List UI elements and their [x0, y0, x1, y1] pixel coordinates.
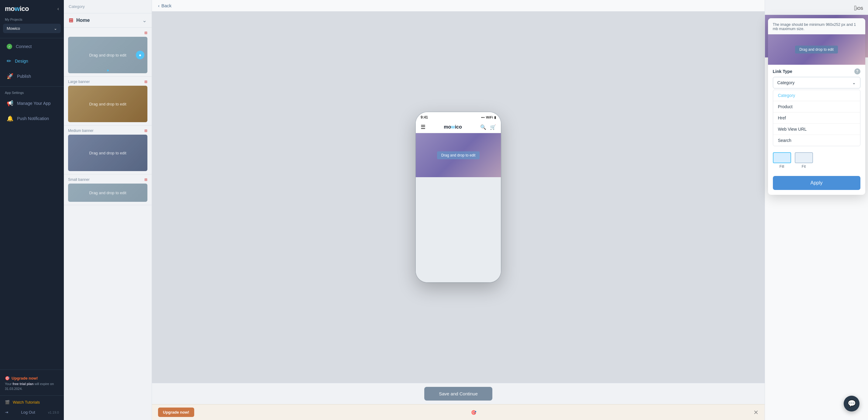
upgrade-fire-icon: 🎯 [5, 376, 10, 381]
large-banner-settings-icon[interactable]: ⊞ [144, 79, 147, 84]
apply-btn-row: Apply [768, 172, 865, 195]
sidebar-item-label-publish: Publish [17, 74, 31, 79]
link-option-product[interactable]: Product [773, 101, 860, 112]
link-type-dropdown: Category Product Href Web View URL Searc… [773, 90, 860, 146]
phone-menu-icon: ☰ [421, 124, 426, 130]
phone-nav-bar: ☰ mowico 🔍 🛒 [416, 121, 501, 133]
banner-item-large[interactable]: Large banner ⊞ Drag and drop to edit [64, 76, 152, 126]
phone-main-banner[interactable]: Drag and drop to edit [416, 133, 501, 177]
link-option-href[interactable]: Href [773, 112, 860, 124]
popup-drag-button[interactable]: Drag and drop to edit [795, 45, 838, 54]
watch-tutorials-label: Watch Tutorials [13, 400, 40, 405]
banner-drag-text-small: Drag and drop to edit [68, 184, 147, 202]
link-type-popup: The image should be minimum 960x252 px a… [768, 18, 865, 195]
category-icon: ⊞ [69, 17, 73, 24]
sidebar-item-label-design: Design [15, 59, 28, 64]
my-projects-label: My Projects [0, 15, 64, 23]
banner-item-slider[interactable]: ⊞ Drag and drop to edit ● [64, 28, 152, 76]
fill-option[interactable]: Fill [773, 152, 791, 169]
fill-label: Fill [780, 164, 784, 169]
ios-label: iOS [857, 6, 863, 11]
banner-item-medium[interactable]: Medium banner ⊞ Drag and drop to edit [64, 126, 152, 174]
sidebar-item-publish[interactable]: 🚀 Publish [2, 69, 62, 83]
main-area: 9:41 ▪▪▪ WiFi ▮ ☰ mowico 🔍 🛒 Drag and [152, 11, 765, 383]
phone-status-icons: ▪▪▪ WiFi ▮ [481, 116, 496, 120]
link-option-category[interactable]: Category [773, 90, 860, 101]
project-name: Mowico [7, 26, 20, 31]
app-settings-label: App Settings [0, 88, 64, 96]
upgrade-badge[interactable]: 🎯 Upgrade now! [5, 376, 59, 381]
sidebar-item-push[interactable]: 🔔 Push Notification [2, 111, 62, 126]
banner-image-large[interactable]: Drag and drop to edit [68, 86, 147, 122]
chat-icon: 💬 [848, 400, 856, 408]
log-out-row[interactable]: ⇥ Log Out v1.19.0 [0, 408, 64, 417]
app-logo: mowico [5, 5, 29, 13]
banner-image-medium[interactable]: Drag and drop to edit [68, 135, 147, 171]
save-continue-button[interactable]: Save and Continue [424, 387, 492, 400]
banner-image-slider[interactable]: Drag and drop to edit ● [68, 37, 147, 73]
fit-fill-section: Fill Fit [768, 150, 865, 172]
main-top-bar: ‹ Back [152, 0, 765, 11]
banner-image-small[interactable]: Drag and drop to edit [68, 184, 147, 202]
wifi-icon: WiFi [486, 116, 493, 119]
category-chevron-icon[interactable]: ⌄ [142, 17, 147, 24]
panel-header: Category [64, 0, 152, 13]
category-name: ⊞ Home [69, 17, 90, 24]
sidebar-item-design[interactable]: ✏ Design [2, 54, 62, 68]
fit-option[interactable]: Fit [795, 152, 813, 169]
upgrade-bar-button[interactable]: Upgrade now! [158, 408, 194, 417]
bottom-bar: Save and Continue [152, 383, 765, 404]
sidebar-collapse-icon[interactable]: ‹ [57, 6, 59, 11]
sidebar-item-label-manage: Manage Your App [17, 101, 51, 106]
link-option-search[interactable]: Search [773, 135, 860, 146]
banner-dot-indicator [107, 70, 109, 71]
phone-logo: mowico [444, 124, 462, 130]
apply-button[interactable]: Apply [773, 176, 860, 190]
upgrade-text: Your free trial plan will expire on 31.0… [5, 382, 59, 391]
connect-icon: ✓ [7, 44, 12, 49]
help-icon[interactable]: ? [854, 68, 860, 74]
link-type-selector[interactable]: Category ⌄ [773, 77, 860, 89]
watch-tutorials-item[interactable]: 🎬 Watch Tutorials [0, 397, 64, 408]
sidebar-item-connect[interactable]: ✓ Connect [2, 40, 62, 53]
banner-settings-icon[interactable]: ⊞ [144, 31, 147, 35]
back-label: Back [161, 3, 172, 8]
category-panel: Category ⊞ Home ⌄ ⊞ Drag and drop to edi… [64, 0, 152, 420]
phone-status-bar: 9:41 ▪▪▪ WiFi ▮ [416, 112, 501, 121]
phone-time: 9:41 [421, 115, 428, 120]
banner-item-small[interactable]: Small banner ⊞ Drag and drop to edit [64, 174, 152, 205]
category-header: ⊞ Home ⌄ [64, 13, 152, 27]
project-chevron-icon: ⌄ [54, 26, 57, 31]
trial-plan-strong: free trial plan [12, 382, 33, 386]
signal-icon: ▪▪▪ [481, 116, 485, 119]
push-icon: 🔔 [7, 115, 13, 122]
ios-apple-icon:  [854, 4, 857, 12]
connect-badge: ✓ [7, 44, 12, 49]
banner-label-large: Large banner ⊞ [68, 79, 147, 84]
medium-banner-label: Medium banner [68, 129, 93, 133]
fit-box [795, 152, 813, 163]
publish-icon: 🚀 [7, 73, 13, 79]
upgrade-bar-close-icon[interactable]: ✕ [753, 409, 758, 416]
link-type-selected-value: Category [777, 80, 795, 85]
upgrade-bar: Upgrade now! 🎯 ✕ [152, 404, 765, 420]
phone-nav-icons: 🔍 🛒 [480, 124, 496, 130]
medium-banner-settings-icon[interactable]: ⊞ [144, 129, 147, 133]
fill-box [773, 152, 791, 163]
logout-icon: ⇥ [5, 410, 8, 415]
sidebar-item-label-connect: Connect [16, 44, 32, 49]
link-option-webviewurl[interactable]: Web View URL [773, 124, 860, 135]
small-banner-settings-icon[interactable]: ⊞ [144, 177, 147, 182]
project-selector[interactable]: Mowico ⌄ [3, 24, 61, 33]
banner-label-medium: Medium banner ⊞ [68, 129, 147, 133]
category-name-label: Home [76, 18, 90, 23]
popup-image-area[interactable]: Drag and drop to edit [768, 34, 865, 65]
link-type-label: Link Type ? [773, 68, 860, 74]
sidebar: mowico ‹ My Projects Mowico ⌄ ✓ Connect … [0, 0, 64, 420]
sidebar-item-manage[interactable]: 📢 Manage Your App [2, 96, 62, 110]
ios-top-bar:  iOS [765, 0, 868, 15]
main-content: ‹ Back 9:41 ▪▪▪ WiFi ▮ ☰ mowico 🔍 🛒 [152, 0, 765, 420]
back-button[interactable]: ‹ Back [158, 3, 172, 8]
fit-label: Fit [802, 164, 806, 169]
chat-bubble[interactable]: 💬 [844, 396, 860, 412]
